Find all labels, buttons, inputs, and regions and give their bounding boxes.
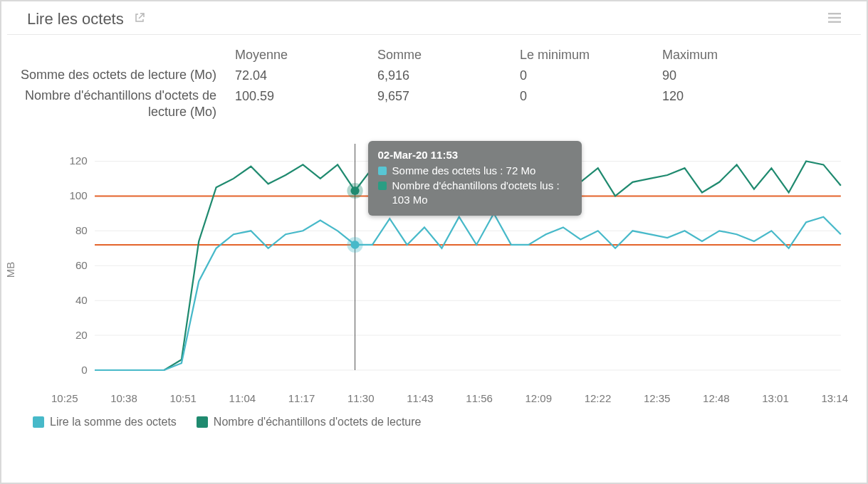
svg-text:120: 120 (69, 155, 87, 167)
col-max: Maximum (662, 48, 805, 63)
x-tick: 11:04 (229, 392, 256, 404)
x-tick: 12:35 (644, 392, 671, 404)
row-label-1: Nombre d'échantillons d'octets de lectur… (7, 88, 235, 120)
x-axis: 10:2510:3810:5111:0411:1711:3011:4311:56… (51, 392, 848, 404)
svg-point-23 (350, 241, 359, 249)
plot-svg[interactable]: 020406080100120 (51, 138, 848, 380)
cell: 72.04 (235, 67, 377, 83)
x-tick: 11:56 (466, 392, 493, 404)
legend-swatch-b-icon (197, 416, 208, 428)
x-tick: 13:01 (762, 392, 789, 404)
cell: 120 (662, 88, 805, 104)
cell: 0 (520, 67, 662, 83)
col-somme: Somme (377, 48, 520, 63)
y-axis-label: MB (4, 262, 16, 278)
x-tick: 12:48 (703, 392, 730, 404)
plot[interactable]: 020406080100120 02-Mar-20 11:53 Somme de… (51, 138, 848, 380)
x-tick: 12:22 (585, 392, 612, 404)
svg-text:20: 20 (75, 329, 88, 341)
x-tick: 12:09 (525, 392, 553, 404)
svg-rect-2 (828, 21, 841, 23)
svg-text:100: 100 (69, 190, 87, 202)
panel-header: Lire les octets (7, 1, 861, 35)
panel-title: Lire les octets (27, 10, 124, 28)
x-tick: 10:38 (110, 392, 137, 404)
legend-label-a: Lire la somme des octets (50, 416, 177, 428)
svg-text:80: 80 (75, 224, 88, 236)
col-min: Le minimum (520, 48, 662, 63)
legend-swatch-a-icon (33, 416, 44, 428)
cell: 6,916 (377, 67, 520, 83)
legend-item-a[interactable]: Lire la somme des octets (33, 416, 177, 428)
svg-rect-1 (828, 17, 841, 19)
svg-text:40: 40 (75, 294, 88, 306)
cell: 100.59 (235, 88, 377, 104)
svg-text:0: 0 (81, 364, 87, 376)
x-tick: 10:51 (169, 392, 197, 404)
svg-point-21 (350, 186, 359, 195)
open-external-icon[interactable] (134, 12, 145, 26)
x-tick: 11:30 (347, 392, 375, 404)
legend-label-b: Nombre d'échantillons d'octets de lectur… (214, 416, 422, 428)
cell: 90 (662, 67, 805, 83)
chart-area[interactable]: MB 020406080100120 02-Mar-20 11:53 Somme… (13, 131, 855, 409)
stats-table: Moyenne Somme Le minimum Maximum Somme d… (1, 35, 867, 124)
x-tick: 10:25 (51, 392, 78, 404)
panel-menu-icon[interactable] (828, 12, 841, 26)
x-tick: 11:43 (407, 392, 434, 404)
row-label-0: Somme des octets de lecture (Mo) (7, 67, 235, 83)
col-moyenne: Moyenne (235, 48, 377, 63)
svg-rect-0 (828, 13, 841, 14)
cell: 0 (520, 88, 662, 104)
legend: Lire la somme des octets Nombre d'échant… (1, 409, 867, 437)
x-tick: 11:17 (288, 392, 315, 404)
cell: 9,657 (377, 88, 520, 104)
chart-panel: Lire les octets Moyenne Somme Le minimum… (0, 0, 868, 484)
x-tick: 13:14 (821, 392, 848, 404)
svg-text:60: 60 (75, 259, 88, 271)
legend-item-b[interactable]: Nombre d'échantillons d'octets de lectur… (197, 416, 422, 428)
